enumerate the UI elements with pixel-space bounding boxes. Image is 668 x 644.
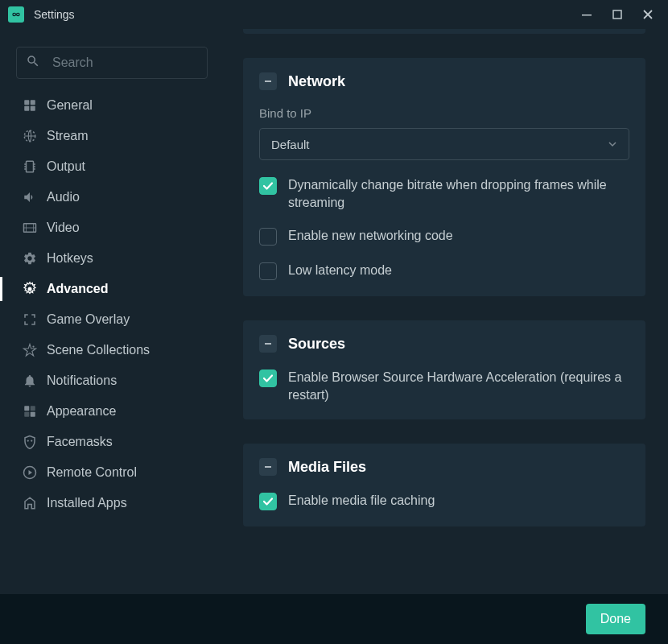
svg-rect-2 (582, 14, 592, 16)
panel-media-files: Media Files Enable media file caching (243, 444, 645, 526)
checkbox-label: Enable Browser Source Hardware Accelerat… (288, 369, 629, 403)
output-icon (21, 158, 39, 175)
scene-collections-icon (21, 341, 39, 359)
svg-rect-9 (27, 161, 34, 172)
sidebar-item-label: Advanced (47, 282, 108, 296)
sidebar-item-installed-apps[interactable]: Installed Apps (0, 488, 224, 518)
panel-title: Media Files (288, 459, 366, 476)
sidebar-item-label: Game Overlay (47, 312, 130, 327)
checkbox-label: Low latency mode (288, 262, 392, 279)
main-content: Network Bind to IP Default Dynamically c… (224, 29, 668, 594)
game-overlay-icon (21, 311, 39, 328)
search-icon (26, 54, 40, 72)
installed-apps-icon (21, 494, 39, 512)
svg-rect-26 (31, 412, 35, 417)
collapse-button[interactable] (259, 335, 277, 353)
svg-point-28 (31, 440, 32, 441)
checkbox-label: Enable media file caching (288, 492, 435, 510)
svg-rect-13 (34, 163, 35, 165)
svg-rect-32 (265, 466, 271, 468)
collapse-button[interactable] (259, 72, 277, 90)
sidebar-item-output[interactable]: Output (0, 151, 224, 182)
select-value: Default (271, 138, 310, 151)
sidebar-item-general[interactable]: General (0, 90, 224, 121)
hotkeys-icon (21, 250, 39, 267)
svg-rect-11 (24, 166, 26, 167)
sidebar-item-label: Hotkeys (47, 251, 93, 266)
close-button[interactable] (636, 2, 660, 27)
svg-rect-23 (24, 406, 29, 411)
audio-icon (21, 188, 39, 206)
panel-title: Network (288, 73, 345, 90)
svg-rect-4 (24, 100, 29, 105)
footer: Done (0, 594, 668, 644)
svg-point-1 (17, 13, 19, 16)
panel-sources: Sources Enable Browser Source Hardware A… (243, 320, 645, 419)
appearance-icon (21, 402, 39, 420)
svg-point-22 (32, 345, 34, 347)
checkbox-label: Enable new networking code (288, 227, 453, 245)
sidebar-item-scene-collections[interactable]: Scene Collections (0, 335, 224, 365)
app-icon (8, 6, 24, 23)
svg-rect-12 (24, 168, 26, 170)
svg-rect-14 (34, 166, 35, 167)
chevron-down-icon (608, 138, 617, 151)
sidebar-item-notifications[interactable]: Notifications (0, 365, 224, 396)
sidebar-item-label: Installed Apps (47, 496, 127, 510)
window-title: Settings (34, 8, 75, 21)
sidebar-item-label: Appearance (47, 404, 116, 419)
done-button[interactable]: Done (586, 604, 645, 634)
bind-ip-select[interactable]: Default (259, 128, 629, 160)
sidebar-item-advanced[interactable]: Advanced (0, 274, 224, 304)
sidebar-item-stream[interactable]: Stream (0, 121, 224, 151)
sidebar-item-appearance[interactable]: Appearance (0, 396, 224, 427)
checkbox-low-latency[interactable] (259, 262, 277, 280)
svg-rect-7 (31, 106, 35, 111)
svg-rect-30 (265, 80, 271, 82)
maximize-button[interactable] (605, 2, 629, 27)
panel-network: Network Bind to IP Default Dynamically c… (243, 58, 645, 296)
checkbox-browser-hwaccel[interactable] (259, 369, 277, 387)
sidebar-item-label: Output (47, 159, 85, 174)
search-wrapper (16, 47, 208, 79)
svg-rect-6 (24, 106, 29, 111)
svg-point-27 (27, 440, 29, 441)
sidebar-item-label: Scene Collections (47, 343, 150, 357)
checkbox-media-caching[interactable] (259, 493, 277, 510)
sidebar-item-game-overlay[interactable]: Game Overlay (0, 304, 224, 335)
svg-rect-31 (265, 343, 271, 345)
field-label-bind-ip: Bind to IP (259, 106, 629, 120)
checkbox-dynamic-bitrate[interactable] (259, 177, 277, 195)
svg-rect-24 (31, 406, 35, 411)
sidebar: GeneralStreamOutputAudioVideoHotkeysAdva… (0, 29, 224, 594)
sidebar-item-label: Video (47, 221, 80, 235)
sidebar-item-label: General (47, 98, 93, 113)
remote-control-icon (21, 464, 39, 481)
sidebar-item-video[interactable]: Video (0, 213, 224, 243)
video-icon (21, 219, 39, 237)
notifications-icon (21, 372, 39, 390)
sidebar-item-label: Stream (47, 129, 89, 143)
sidebar-item-audio[interactable]: Audio (0, 182, 224, 213)
sidebar-item-hotkeys[interactable]: Hotkeys (0, 243, 224, 274)
sidebar-item-remote-control[interactable]: Remote Control (0, 457, 224, 488)
advanced-icon (21, 280, 39, 298)
svg-rect-10 (24, 163, 26, 165)
collapse-button[interactable] (259, 458, 277, 476)
facemasks-icon (21, 433, 39, 451)
general-icon (21, 97, 39, 114)
checkbox-label: Dynamically change bitrate when dropping… (288, 176, 629, 211)
minimize-button[interactable] (575, 2, 599, 27)
sidebar-item-label: Notifications (47, 374, 117, 388)
checkbox-new-networking[interactable] (259, 228, 277, 246)
sidebar-item-label: Remote Control (47, 465, 137, 480)
sidebar-item-label: Facemasks (47, 435, 113, 449)
window-controls (575, 2, 660, 27)
search-input[interactable] (16, 47, 208, 79)
titlebar: Settings (0, 0, 668, 29)
svg-rect-5 (31, 100, 35, 105)
panel-partial-above (243, 29, 645, 34)
sidebar-item-facemasks[interactable]: Facemasks (0, 427, 224, 457)
svg-rect-3 (613, 10, 621, 19)
svg-point-0 (13, 13, 15, 16)
